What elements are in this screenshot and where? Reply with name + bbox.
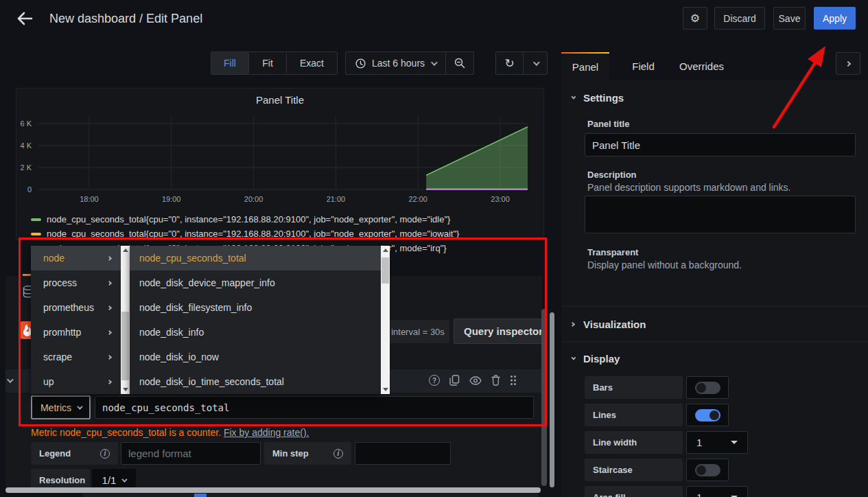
metric-list-scrollbar[interactable]: [381, 246, 390, 394]
gear-icon: ⚙: [690, 12, 700, 25]
metric-label: node_disk_io_time_seconds_total: [139, 376, 284, 387]
lines-label: Lines: [585, 404, 683, 426]
time-range-button[interactable]: Last 6 hours: [346, 52, 446, 74]
scroll-down-icon[interactable]: [121, 385, 130, 394]
chevron-down-icon: [431, 59, 438, 66]
min-step-label: Min step i: [264, 442, 351, 465]
category-menu-item[interactable]: up: [31, 369, 121, 394]
legend-item[interactable]: node_cpu_seconds_total{cpu="0", instance…: [31, 212, 546, 227]
tab-field[interactable]: Field: [618, 52, 669, 80]
fill-mode-button[interactable]: Fill: [211, 52, 249, 74]
display-title: Display: [583, 353, 620, 365]
scroll-up-icon[interactable]: [381, 246, 390, 255]
chart-svg: 18:0019:0020:0021:0022:0023:0002 K4 K6 K: [16, 108, 543, 224]
metric-menu-item[interactable]: node_cpu_seconds_total: [130, 246, 381, 270]
legend-format-placeholder: legend format: [128, 448, 191, 459]
staircase-label: Staircase: [585, 459, 683, 481]
counter-warning: Metric node_cpu_seconds_total is a count…: [31, 427, 309, 438]
help-circle-icon[interactable]: ?: [429, 375, 440, 386]
save-button[interactable]: Save: [773, 7, 806, 30]
metric-menu-item[interactable]: node_disk_filesystem_info: [130, 295, 381, 320]
transparent-label: Transparent: [587, 247, 868, 257]
metric-menu-item[interactable]: node_disk_device_mapper_info: [130, 270, 381, 295]
svg-text:2 K: 2 K: [20, 163, 32, 172]
svg-text:22:00: 22:00: [408, 195, 427, 203]
metric-menu-item[interactable]: node_disk_io_now: [130, 345, 381, 369]
apply-button[interactable]: Apply: [814, 7, 856, 30]
category-menu-item[interactable]: prometheus: [31, 295, 121, 320]
area-fill-value: 1: [696, 492, 702, 497]
clipped-bottom-row: [83, 494, 538, 497]
back-arrow-icon[interactable]: [15, 10, 34, 27]
bars-toggle[interactable]: [695, 382, 720, 394]
min-step-input[interactable]: [355, 442, 451, 465]
submenu-arrow-icon: [107, 354, 112, 359]
svg-text:23:00: 23:00: [491, 195, 510, 203]
category-menu-item[interactable]: promhttp: [31, 320, 121, 345]
panel-title-input[interactable]: Panel Title: [585, 133, 856, 157]
submenu-arrow-icon: [107, 280, 112, 285]
visualization-section-header[interactable]: Visualization: [561, 314, 646, 334]
legend-item[interactable]: node_cpu_seconds_total{cpu="0", instance…: [31, 227, 546, 241]
fit-mode-button[interactable]: Fit: [249, 52, 287, 74]
panel-title[interactable]: Panel Title: [16, 89, 543, 106]
panel-settings-button[interactable]: ⚙: [683, 7, 707, 30]
scroll-up-icon[interactable]: [121, 246, 130, 255]
settings-section-header[interactable]: Settings: [561, 80, 868, 104]
line-width-select[interactable]: 1: [686, 431, 748, 454]
metric-list-menu: node_cpu_seconds_total node_disk_device_…: [130, 246, 381, 394]
metrics-button-label: Metrics: [40, 402, 71, 413]
refresh-interval-button[interactable]: [524, 52, 547, 74]
svg-text:4 K: 4 K: [20, 141, 32, 150]
trash-icon[interactable]: [491, 375, 500, 386]
series-color-swatch: [31, 233, 41, 235]
refresh-icon: ↻: [504, 58, 514, 69]
category-menu-item[interactable]: node: [31, 246, 121, 270]
tab-panel[interactable]: Panel: [561, 52, 609, 80]
lines-toggle[interactable]: [695, 409, 720, 421]
section-divider: [561, 306, 868, 307]
staircase-toggle[interactable]: [695, 464, 720, 476]
scroll-down-icon[interactable]: [381, 385, 390, 394]
collapse-options-button[interactable]: [836, 52, 860, 75]
category-menu-item[interactable]: process: [31, 270, 121, 295]
metric-menu-item[interactable]: node_disk_io_time_seconds_total: [130, 369, 381, 394]
area-fill-select[interactable]: 1: [686, 486, 748, 497]
metric-menu-item[interactable]: node_disk_info: [130, 320, 381, 345]
refresh-group: ↻: [495, 51, 548, 75]
display-section-header[interactable]: Display: [561, 348, 620, 369]
pane-vertical-scrollbar[interactable]: [550, 312, 554, 487]
metrics-dropdown-button[interactable]: Metrics: [31, 395, 91, 419]
metric-label: node_disk_info: [139, 327, 204, 338]
zoom-out-button[interactable]: [446, 52, 473, 74]
category-scrollbar[interactable]: [121, 246, 130, 394]
legend-format-input[interactable]: legend format: [121, 442, 261, 465]
discard-button[interactable]: Discard: [714, 7, 765, 30]
category-label: promhttp: [43, 327, 81, 338]
query-inspector-button[interactable]: Query inspector: [454, 319, 543, 344]
info-icon: i: [333, 449, 343, 459]
exact-mode-button[interactable]: Exact: [287, 52, 337, 74]
metric-label: node_cpu_seconds_total: [139, 253, 246, 264]
legend-item-label: node_cpu_seconds_total{cpu="0", instance…: [47, 214, 450, 224]
chevron-down-icon: [77, 404, 82, 409]
fix-rate-link[interactable]: Fix by adding rate().: [224, 427, 309, 438]
panel-title-label: Panel title: [587, 119, 868, 129]
eye-icon[interactable]: [469, 376, 482, 385]
submenu-arrow-icon: [107, 305, 112, 310]
category-menu-item[interactable]: scrape: [31, 345, 121, 369]
promql-query-input[interactable]: node_cpu_seconds_total: [95, 396, 534, 419]
horizontal-scrollbar[interactable]: [5, 487, 541, 493]
duplicate-icon[interactable]: [449, 375, 460, 386]
time-range-label: Last 6 hours: [372, 58, 425, 69]
line-width-label: Line width: [585, 431, 683, 454]
query-row-actions: ?: [429, 375, 517, 386]
description-hint: Panel description supports markdown and …: [587, 182, 868, 193]
inner-vertical-scrollbar[interactable]: [541, 309, 547, 486]
description-textarea[interactable]: [585, 196, 856, 233]
settings-title: Settings: [583, 92, 624, 104]
drag-handle-icon[interactable]: [510, 375, 517, 386]
section-divider: [561, 341, 868, 342]
tab-overrides[interactable]: Overrides: [669, 52, 734, 80]
refresh-button[interactable]: ↻: [496, 52, 524, 74]
